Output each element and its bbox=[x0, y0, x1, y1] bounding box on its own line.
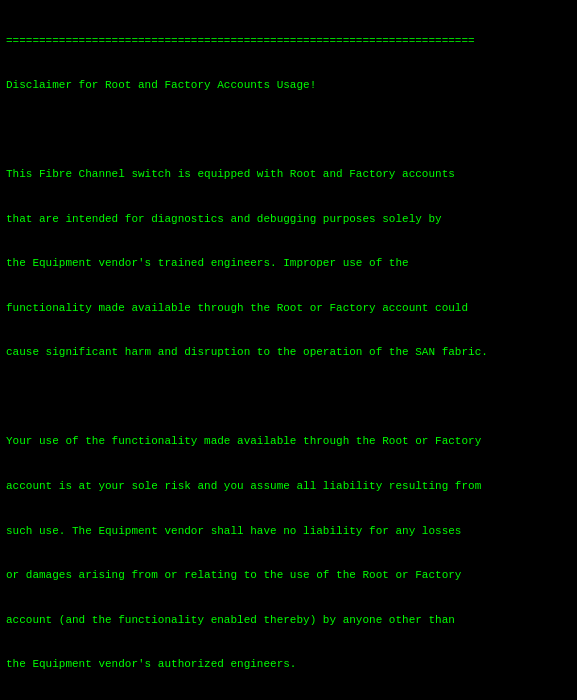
disclaimer-title: Disclaimer for Root and Factory Accounts… bbox=[6, 78, 571, 93]
disclaimer-line10: account (and the functionality enabled t… bbox=[6, 613, 571, 628]
disclaimer-line8: such use. The Equipment vendor shall hav… bbox=[6, 524, 571, 539]
terminal-window: ========================================… bbox=[0, 0, 577, 700]
blank1 bbox=[6, 123, 571, 138]
disclaimer-line2: that are intended for diagnostics and de… bbox=[6, 212, 571, 227]
disclaimer-line11: the Equipment vendor's authorized engine… bbox=[6, 657, 571, 672]
disclaimer-line3: the Equipment vendor's trained engineers… bbox=[6, 256, 571, 271]
disclaimer-line9: or damages arising from or relating to t… bbox=[6, 568, 571, 583]
disclaimer-line4: functionality made available through the… bbox=[6, 301, 571, 316]
disclaimer-line7: account is at your sole risk and you ass… bbox=[6, 479, 571, 494]
disclaimer-line5: cause significant harm and disruption to… bbox=[6, 345, 571, 360]
disclaimer-line6: Your use of the functionality made avail… bbox=[6, 434, 571, 449]
blank2 bbox=[6, 390, 571, 405]
separator-top: ========================================… bbox=[6, 34, 571, 49]
disclaimer-line1: This Fibre Channel switch is equipped wi… bbox=[6, 167, 571, 182]
